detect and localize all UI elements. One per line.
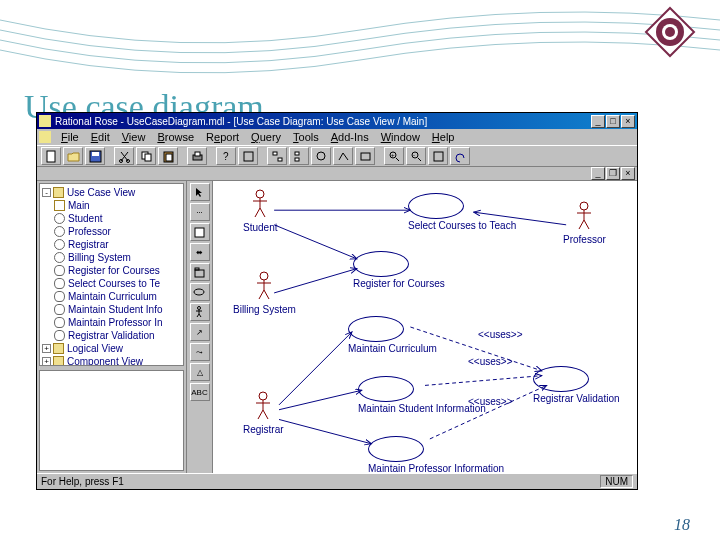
usecase-tool[interactable] (190, 283, 210, 301)
menu-window[interactable]: Window (375, 130, 426, 144)
cut-button[interactable] (114, 147, 134, 165)
svg-text:-: - (413, 152, 415, 158)
print-button[interactable] (187, 147, 207, 165)
fit-button[interactable] (428, 147, 448, 165)
browser-panel: -Use Case View Main Student Professor Re… (37, 181, 187, 473)
diagram1-button[interactable] (267, 147, 287, 165)
new-button[interactable] (41, 147, 61, 165)
toolbar: ? + - (37, 145, 637, 167)
svg-rect-29 (195, 268, 199, 270)
save-button[interactable] (85, 147, 105, 165)
usecase-select-courses[interactable]: Select Courses to Teach (408, 193, 516, 231)
usecase-curriculum[interactable]: Maintain Curriculum (348, 316, 437, 354)
mdi-icon (39, 131, 51, 143)
tool-palette: ··· ⬌ ↗ ⤳ △ ABC (187, 181, 213, 473)
menu-browse[interactable]: Browse (151, 130, 200, 144)
usecase-register[interactable]: Register for Courses (353, 251, 445, 289)
browse-button[interactable] (238, 147, 258, 165)
generalization-tool[interactable]: △ (190, 363, 210, 381)
mdi-minimize-button[interactable]: _ (591, 167, 605, 180)
svg-rect-9 (145, 154, 151, 161)
maximize-button[interactable]: □ (606, 115, 620, 128)
actor-professor[interactable]: Professor (563, 201, 606, 245)
open-button[interactable] (63, 147, 83, 165)
pointer-tool[interactable] (190, 183, 210, 201)
app-icon (39, 115, 51, 127)
svg-rect-11 (166, 154, 172, 161)
svg-line-37 (279, 390, 362, 409)
diagram5-button[interactable] (355, 147, 375, 165)
svg-rect-26 (434, 152, 443, 161)
svg-rect-21 (361, 153, 370, 160)
workspace: -Use Case View Main Student Professor Re… (37, 181, 637, 473)
menubar: File Edit View Browse Report Query Tools… (37, 129, 637, 145)
usecase-profinfo[interactable]: Maintain Professor Information (368, 436, 504, 473)
svg-point-42 (256, 190, 264, 198)
actor-billing[interactable]: Billing System (233, 271, 296, 315)
undo-button[interactable] (450, 147, 470, 165)
close-button[interactable]: × (621, 115, 635, 128)
svg-rect-18 (295, 152, 299, 155)
uses-label-2: <<uses>> (468, 356, 512, 367)
app-window: Rational Rose - UseCaseDiagram.mdl - [Us… (36, 112, 638, 490)
svg-rect-17 (278, 158, 282, 161)
diagram-canvas[interactable]: Student Billing System Registrar Profess… (213, 181, 637, 473)
copy-button[interactable] (136, 147, 156, 165)
zoomin-button[interactable]: + (384, 147, 404, 165)
status-num: NUM (600, 475, 633, 488)
uses-label-1: <<uses>> (478, 329, 522, 340)
svg-rect-16 (273, 152, 277, 155)
usecase-studentinfo[interactable]: Maintain Student Information (358, 376, 486, 414)
paste-button[interactable] (158, 147, 178, 165)
svg-point-45 (580, 202, 588, 210)
menu-tools[interactable]: Tools (287, 130, 325, 144)
menu-view[interactable]: View (116, 130, 152, 144)
svg-rect-15 (244, 152, 253, 161)
dependency-tool[interactable]: ⤳ (190, 343, 210, 361)
help-button[interactable]: ? (216, 147, 236, 165)
svg-text:?: ? (223, 151, 229, 162)
svg-point-31 (198, 306, 201, 309)
svg-point-2 (665, 27, 675, 37)
menu-help[interactable]: Help (426, 130, 461, 144)
menu-query[interactable]: Query (245, 130, 287, 144)
diagram3-button[interactable] (311, 147, 331, 165)
uses-label-3: <<uses>> (468, 396, 512, 407)
svg-rect-13 (195, 152, 200, 156)
svg-line-36 (279, 332, 352, 405)
svg-rect-5 (92, 152, 99, 156)
window-title: Rational Rose - UseCaseDiagram.mdl - [Us… (55, 116, 590, 127)
actor-student[interactable]: Student (243, 189, 277, 233)
svg-rect-27 (195, 228, 204, 237)
zoomout-button[interactable]: - (406, 147, 426, 165)
association-tool[interactable]: ↗ (190, 323, 210, 341)
package-tool[interactable] (190, 263, 210, 281)
svg-text:+: + (391, 152, 395, 158)
note-tool[interactable] (190, 223, 210, 241)
menu-edit[interactable]: Edit (85, 130, 116, 144)
anchor-tool[interactable]: ⬌ (190, 243, 210, 261)
corner-logo (644, 6, 696, 58)
text-tool[interactable]: ··· (190, 203, 210, 221)
svg-point-43 (260, 272, 268, 280)
svg-point-20 (317, 152, 325, 160)
menu-addins[interactable]: Add-Ins (325, 130, 375, 144)
abc-tool[interactable]: ABC (190, 383, 210, 401)
diagram4-button[interactable] (333, 147, 353, 165)
menu-report[interactable]: Report (200, 130, 245, 144)
statusbar: For Help, press F1 NUM (37, 473, 637, 489)
diagram2-button[interactable] (289, 147, 309, 165)
svg-rect-28 (195, 270, 204, 277)
documentation-panel[interactable] (39, 370, 184, 471)
menu-file[interactable]: File (55, 130, 85, 144)
mdi-close-button[interactable]: × (621, 167, 635, 180)
background-wave (0, 0, 720, 90)
actor-registrar[interactable]: Registrar (243, 391, 284, 435)
mdi-restore-button[interactable]: ❐ (606, 167, 620, 180)
usecase-validation[interactable]: Registrar Validation (533, 366, 620, 404)
status-help: For Help, press F1 (41, 476, 124, 487)
actor-tool[interactable] (190, 303, 210, 321)
page-number: 18 (674, 516, 690, 534)
minimize-button[interactable]: _ (591, 115, 605, 128)
model-tree[interactable]: -Use Case View Main Student Professor Re… (39, 183, 184, 366)
